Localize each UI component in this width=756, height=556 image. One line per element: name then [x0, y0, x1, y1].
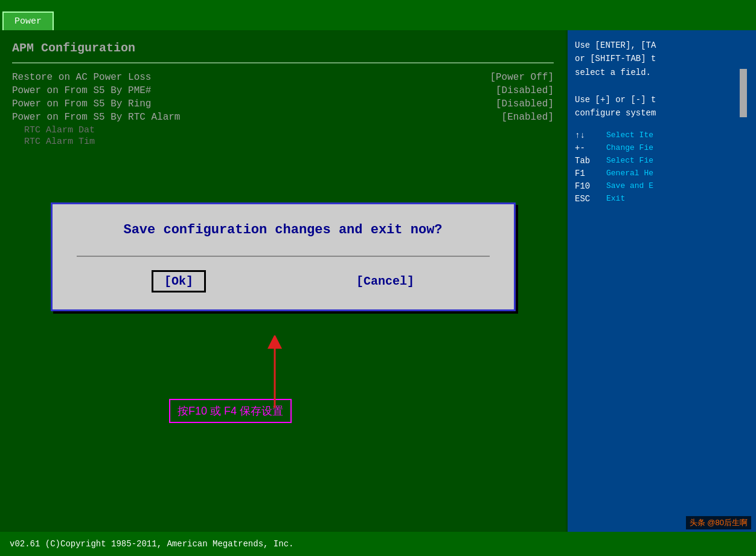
- dialog-box: Save configuration changes and exit now?…: [51, 202, 516, 311]
- help-line-4: Use [+] or [-] t: [575, 93, 749, 106]
- help-line-1: or [SHIFT-TAB] t: [575, 52, 749, 65]
- key-name-2: Tab: [575, 156, 606, 166]
- key-item-3: F1 General He: [575, 169, 749, 178]
- key-desc-3: General He: [606, 169, 653, 178]
- right-panel: Use [ENTER], [TA or [SHIFT-TAB] t select…: [568, 30, 756, 532]
- help-line-0: Use [ENTER], [TA: [575, 39, 749, 52]
- key-desc-5: Exit: [606, 194, 625, 204]
- main-area: APM Configuration Restore on AC Power Lo…: [0, 30, 756, 532]
- key-item-4: F10 Save and E: [575, 181, 749, 191]
- key-name-5: ESC: [575, 194, 606, 204]
- dialog-buttons: [Ok] [Cancel]: [77, 256, 490, 293]
- copyright-text: v02.61 (C)Copyright 1985-2011, American …: [10, 539, 293, 549]
- key-desc-4: Save and E: [606, 181, 653, 191]
- help-text: Use [ENTER], [TA or [SHIFT-TAB] t select…: [575, 39, 749, 120]
- dialog-message: Save configuration changes and exit now?: [77, 222, 490, 238]
- key-desc-1: Change Fie: [606, 143, 653, 153]
- key-name-0: ↑↓: [575, 131, 606, 140]
- key-name-4: F10: [575, 181, 606, 191]
- right-panel-inner: Use [ENTER], [TA or [SHIFT-TAB] t select…: [575, 39, 749, 204]
- dialog-ok-button[interactable]: [Ok]: [152, 270, 206, 293]
- help-line-2: select a field.: [575, 66, 749, 79]
- help-line-3: [575, 79, 749, 92]
- power-tab[interactable]: Power: [2, 11, 54, 30]
- key-item-5: ESC Exit: [575, 194, 749, 204]
- key-name-3: F1: [575, 169, 606, 178]
- key-item-2: Tab Select Fie: [575, 156, 749, 166]
- arrow-annotation: [239, 335, 311, 414]
- dialog-overlay: Save configuration changes and exit now?…: [0, 30, 566, 532]
- top-nav: Power: [0, 0, 756, 30]
- key-item-0: ↑↓ Select Ite: [575, 131, 749, 140]
- key-desc-0: Select Ite: [606, 131, 653, 140]
- help-line-5: configure system: [575, 106, 749, 120]
- left-panel: APM Configuration Restore on AC Power Lo…: [0, 30, 568, 532]
- key-item-1: +- Change Fie: [575, 143, 749, 153]
- bottom-bar: v02.61 (C)Copyright 1985-2011, American …: [0, 532, 756, 556]
- key-name-1: +-: [575, 143, 606, 153]
- key-list: ↑↓ Select Ite +- Change Fie Tab Select F…: [575, 131, 749, 204]
- key-desc-2: Select Fie: [606, 156, 653, 166]
- watermark: 头条 @80后生啊: [686, 516, 751, 529]
- dialog-cancel-button[interactable]: [Cancel]: [356, 274, 414, 288]
- scrollbar[interactable]: [740, 69, 747, 117]
